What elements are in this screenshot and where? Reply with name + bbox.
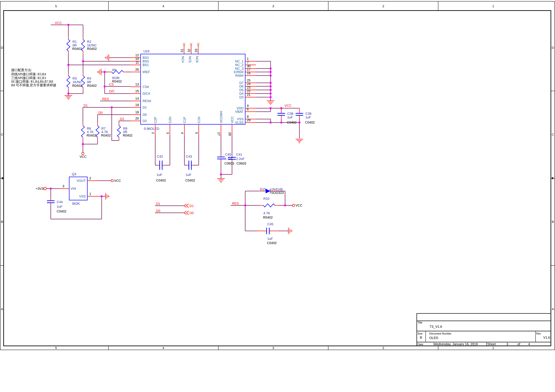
diode-symbol <box>266 189 270 193</box>
capacitor-footprint: C0402 <box>57 210 66 213</box>
diode-footprint: SOD323 <box>271 191 284 195</box>
pin-name: VCC <box>230 116 234 123</box>
resistor-r2: R2 1K/NC R0402 <box>81 36 97 54</box>
zone-bottom-1: 1 <box>492 346 494 350</box>
ic-u24-value: 0.96OLED <box>144 127 159 131</box>
titleblock-title: T3_V1.6 <box>430 325 442 329</box>
pin-name: D1 <box>143 106 147 109</box>
capacitor-c43: C43 1uF C0402 <box>185 155 195 182</box>
pin-number: 3 <box>166 132 169 134</box>
pin-name: C1P <box>183 117 186 123</box>
titleblock-size-label: Size <box>417 332 423 335</box>
pin-number: 21 <box>247 93 250 96</box>
pin-number: 7 <box>247 61 249 64</box>
pin-number: 15 <box>135 89 139 93</box>
row-right-d: D <box>552 46 554 49</box>
row-right-c: C <box>552 133 554 136</box>
right-edge-arrow-icon <box>551 177 555 180</box>
pin-name: VDD <box>237 106 244 110</box>
resistor-footprint: R0402 <box>72 84 82 87</box>
pin-number: 11 <box>135 61 139 64</box>
p3v3-port-icon <box>44 187 46 190</box>
ground-icon <box>217 179 225 182</box>
resistor-r8: R8 0R R0402 <box>117 123 132 140</box>
pin-name: R/W# <box>235 74 244 77</box>
vcc-port-icon <box>82 152 84 155</box>
titleblock-rev: V1.6 <box>543 336 550 339</box>
pin-name: VLSS <box>235 121 244 124</box>
resistor-value: 0R <box>73 44 77 47</box>
interface-config-notes: 接口配置方法: 四线SPI接口焊接: R3,R4 三线SPI接口焊接: R2,R… <box>11 68 56 87</box>
left-edge-arrow-icon <box>0 177 4 180</box>
zone-bottom-2: 2 <box>382 346 384 350</box>
capacitor-footprint: C0402 <box>287 121 297 124</box>
pin-number: 2 <box>89 176 91 180</box>
ground-icon <box>267 101 274 105</box>
pin-name: D5 <box>239 88 244 92</box>
resistor-r5: R5 910K R0402 <box>108 68 127 83</box>
resistor-footprint: R0402 <box>87 84 97 87</box>
note-line-1: 接口配置方法: <box>11 68 32 72</box>
net-label-d0: D0 <box>156 209 160 213</box>
capacitor-ref: C42 <box>157 155 163 158</box>
net-label-d1: D1 <box>156 202 160 206</box>
resistor-ref: R4 <box>87 77 91 80</box>
ground-icon <box>105 193 109 200</box>
ground-icon <box>65 95 72 99</box>
pin-name: C2N <box>168 117 172 123</box>
capacitor-ref: C45 <box>267 222 273 226</box>
pin-number: 16 <box>247 71 250 75</box>
resistor-value: 4.7K <box>263 211 270 215</box>
pin-number: 32 <box>187 49 191 52</box>
pin-number: 20 <box>135 117 139 120</box>
resistor-r7: R7 4.7K R0402 <box>96 123 111 140</box>
pin-name: D0 <box>143 113 147 116</box>
pin-number: 1 <box>247 57 249 61</box>
pin-name: NC4 <box>181 56 185 63</box>
pin-number: 6 <box>247 107 249 111</box>
zone-top-2: 2 <box>382 4 384 8</box>
resistor-ref: R3 <box>73 77 77 80</box>
titleblock-sheet-total: 4 <box>528 342 530 346</box>
capacitor-value: 1uF <box>157 173 162 177</box>
p3v3-port-label: +3V3 <box>36 187 44 190</box>
titleblock-docnum: OLED <box>429 336 438 340</box>
titleblock-sheet-label: Sheet <box>487 342 496 346</box>
row-left-b: B <box>1 220 3 224</box>
pin-name: C1N <box>197 117 201 123</box>
capacitor-c42: C42 1uF C0402 <box>156 155 166 182</box>
note-line-3: 三线SPI接口焊接: R2,R3 <box>11 76 46 80</box>
pin-number: 28 <box>228 132 232 136</box>
capacitor-value: 1uF <box>186 173 191 177</box>
pin-number: 13 <box>135 82 139 86</box>
capacitor-ref: C44 <box>57 200 63 204</box>
resistor-footprint: R0402 <box>123 134 132 137</box>
pin-number: 19 <box>135 103 139 107</box>
net-label-d0: D0 <box>98 111 103 115</box>
resistor-r6: R6 4.7K R0402 <box>81 123 96 140</box>
capacitor-ref: C40 <box>225 153 231 156</box>
capacitor-ref: C39 <box>305 112 311 116</box>
net-label-res: RES <box>232 202 239 205</box>
pin-number: 1 <box>89 192 91 196</box>
pin-name: VSS <box>237 117 244 121</box>
resistor-value: 0R <box>87 80 91 84</box>
zone-top-1: 1 <box>492 4 494 8</box>
row-right-a: A <box>552 307 554 311</box>
pin-number: 30 <box>247 64 250 68</box>
row-left-d: D <box>1 46 3 49</box>
zone-bottom-3: 3 <box>272 346 274 350</box>
resistor-value: 4.7K <box>87 130 94 134</box>
row-left-a: A <box>1 307 3 311</box>
pin-name: D6 <box>239 85 244 88</box>
resistor-footprint: R0402 <box>263 216 273 219</box>
pin-name: NC_3 <box>235 67 244 71</box>
pin-number: 26 <box>135 68 139 71</box>
pin-name: D/C# <box>143 92 150 95</box>
net-label-dc: D/C <box>109 89 115 93</box>
resistor-footprint: R0402 <box>87 47 97 51</box>
pin-name: NC_2 <box>235 63 244 67</box>
resistor-value: 910K <box>112 76 120 80</box>
zone-top-4: 4 <box>162 4 164 8</box>
ground-icon <box>288 228 292 234</box>
